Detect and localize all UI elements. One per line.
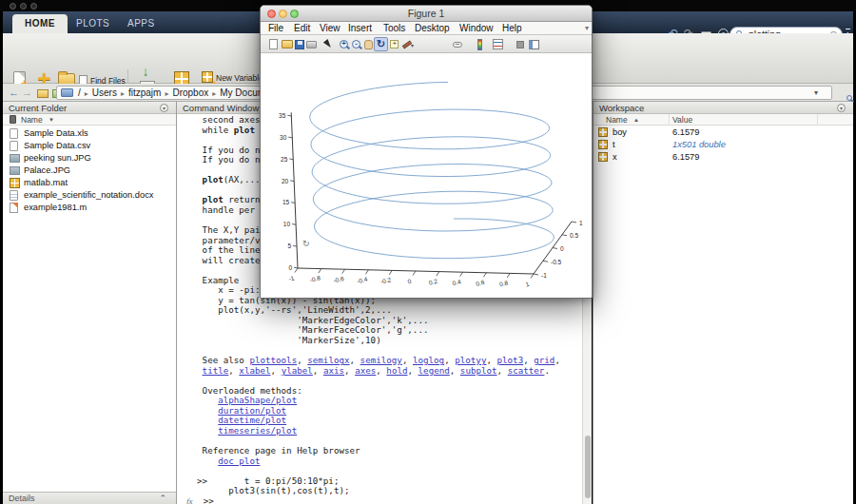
svg-text:30: 30 <box>280 134 287 141</box>
matrix-icon <box>598 127 608 137</box>
workspace-name-column[interactable]: Name <box>606 114 628 126</box>
breadcrumb-segment[interactable]: Dropbox <box>172 87 208 98</box>
help-link[interactable]: scatter <box>508 365 545 376</box>
figure-tool-hide-plot-tools[interactable] <box>513 37 527 51</box>
tab-plots[interactable]: PLOTS <box>64 14 122 33</box>
file-name: peeking sun.JPG <box>24 152 91 165</box>
file-row[interactable]: Sample Data.csv <box>3 140 176 152</box>
file-row[interactable]: matlab.mat <box>3 177 176 189</box>
figure-tool-new-figure[interactable] <box>266 37 281 51</box>
help-link[interactable]: datetime/plot <box>218 415 286 425</box>
workspace-row[interactable]: boy6.1579 <box>593 126 853 139</box>
workspace-row[interactable]: t1x501 double <box>593 139 853 151</box>
help-link[interactable]: semilogx <box>307 355 349 365</box>
figure-canvas[interactable]: -1-0.8-0.6-0.4-0.200.20.40.60.81-1-0.500… <box>261 53 592 298</box>
file-name: matlab.mat <box>24 177 68 189</box>
close-window-icon[interactable] <box>10 3 16 10</box>
help-link[interactable]: ylabel <box>282 365 313 376</box>
figure-menu-edit[interactable]: Edit <box>294 22 310 35</box>
new-variable-button[interactable]: +New Variable <box>202 71 263 84</box>
figure-menu-file[interactable]: File <box>268 22 283 35</box>
name-column-header[interactable]: Name <box>21 114 43 126</box>
figure-tool-rotate-3d[interactable]: ↻ <box>374 37 388 51</box>
brush-dropdown-icon[interactable]: ▾ <box>411 42 414 48</box>
figure-titlebar[interactable]: Figure 1 <box>261 6 592 22</box>
scrollbar-thumb[interactable] <box>585 436 591 498</box>
help-link[interactable]: legend <box>418 365 450 376</box>
breadcrumb-segment[interactable]: fitzpajm <box>128 87 161 98</box>
path-dropdown-icon[interactable]: ▾ <box>814 88 818 97</box>
help-link[interactable]: semilogy <box>360 355 402 365</box>
figure-menu-desktop[interactable]: Desktop <box>415 22 450 35</box>
back-icon[interactable]: ← <box>9 86 19 99</box>
menu-overflow-icon[interactable]: ▾ <box>585 24 589 32</box>
command-line: title, xlabel, ylabel, axis, axes, hold,… <box>186 366 582 377</box>
figure-menu-window[interactable]: Window <box>459 22 494 35</box>
file-name: example1981.m <box>24 202 87 214</box>
svg-text:0.5: 0.5 <box>570 232 578 239</box>
workspace-row[interactable]: x6.1579 <box>593 151 853 164</box>
tab-apps[interactable]: APPS <box>115 14 167 33</box>
help-link[interactable]: timeseries/plot <box>218 425 297 436</box>
breadcrumb-separator-icon: ▸ <box>117 89 128 98</box>
help-link[interactable]: plottools <box>249 355 297 365</box>
figure-tool-link-plot[interactable] <box>450 37 464 51</box>
forward-icon[interactable]: → <box>22 86 32 99</box>
help-link[interactable]: plot3 <box>497 355 524 365</box>
figure-tool-edit-cursor[interactable] <box>321 37 335 51</box>
help-link[interactable]: axes <box>355 365 376 376</box>
current-folder-header[interactable]: Name ▼ <box>3 114 176 126</box>
image-file-icon <box>10 166 20 175</box>
file-row[interactable]: Palace.JPG <box>3 165 176 177</box>
help-link[interactable]: axis <box>323 365 344 376</box>
tab-home[interactable]: HOME <box>12 14 68 33</box>
help-link[interactable]: title <box>203 365 229 376</box>
current-folder-menu-icon[interactable]: ▾ <box>160 104 168 112</box>
workspace-header[interactable]: Name ▲ Value <box>593 114 853 126</box>
svg-text:-0.6: -0.6 <box>333 275 345 284</box>
zoom-out-icon: - <box>352 40 360 48</box>
workspace-menu-icon[interactable]: ▾ <box>837 104 846 112</box>
figure-tool-insert-colorbar[interactable] <box>473 37 487 51</box>
figure-menu-view[interactable]: View <box>320 22 340 35</box>
hide-plot-tools-icon <box>516 41 524 48</box>
breadcrumb-segment[interactable]: Users <box>92 87 117 98</box>
figure-menu-tools[interactable]: Tools <box>383 22 405 35</box>
help-link[interactable]: plotyy <box>455 355 486 365</box>
details-expand-icon[interactable]: ⌃ <box>159 493 166 504</box>
insert-legend-icon <box>493 39 503 49</box>
helix-line <box>310 82 554 258</box>
file-row[interactable]: peeking sun.JPG <box>3 152 176 165</box>
minimize-window-icon[interactable] <box>20 3 27 10</box>
help-link[interactable]: alphaShape/plot <box>218 395 297 405</box>
help-link[interactable]: doc plot <box>218 456 260 466</box>
help-link[interactable]: xlabel <box>239 365 270 376</box>
file-row[interactable]: example1981.m <box>3 202 176 214</box>
help-link[interactable]: grid <box>534 355 554 365</box>
figure-tool-insert-legend[interactable] <box>491 37 505 51</box>
help-link[interactable]: hold <box>386 365 407 376</box>
details-bar[interactable]: Details ⌃ <box>3 492 176 504</box>
file-name: example_scientific_notation.docx <box>24 189 153 202</box>
help-link[interactable]: duration/plot <box>218 405 286 416</box>
name-column-icon <box>10 115 16 126</box>
save-figure-icon <box>295 40 304 49</box>
figure-menubar: FileEditViewInsertToolsDesktopWindowHelp… <box>261 22 592 35</box>
figure-tool-show-plot-tools[interactable] <box>527 37 541 51</box>
file-name: Sample Data.csv <box>24 140 90 152</box>
zoom-window-icon[interactable] <box>30 3 37 10</box>
figure-tool-print-figure[interactable] <box>304 37 319 51</box>
svg-text:0.6: 0.6 <box>476 279 486 287</box>
up-folder-icon[interactable] <box>37 87 49 101</box>
help-link[interactable]: loglog <box>413 355 444 365</box>
workspace-value-column[interactable]: Value <box>672 114 692 126</box>
file-row[interactable]: Sample Data.xls <box>3 127 176 140</box>
data-cursor-icon <box>390 40 399 48</box>
svg-text:35: 35 <box>279 112 286 119</box>
figure-menu-help[interactable]: Help <box>502 22 522 35</box>
file-row[interactable]: example_scientific_notation.docx <box>3 189 176 202</box>
current-folder-title: Current Folder <box>3 102 176 114</box>
breadcrumb-separator-icon: ▸ <box>81 89 92 98</box>
figure-menu-insert[interactable]: Insert <box>348 22 372 35</box>
help-link[interactable]: subplot <box>460 365 497 376</box>
